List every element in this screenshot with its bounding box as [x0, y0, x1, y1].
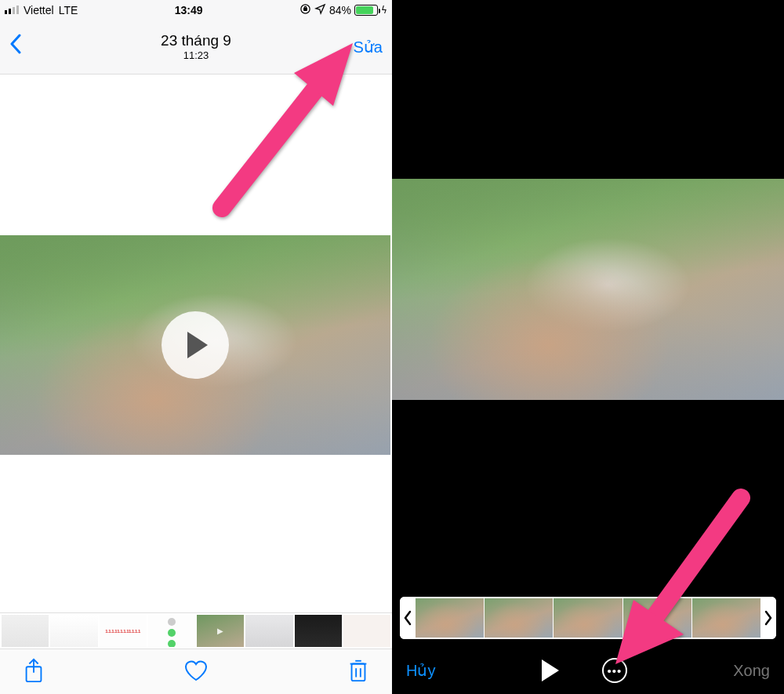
trim-frame: [554, 598, 622, 638]
scrubber-thumb[interactable]: [2, 615, 49, 647]
nav-title-date: 23 tháng 9: [0, 32, 392, 49]
scrubber-thumb[interactable]: [50, 615, 97, 647]
trim-frame: [485, 598, 553, 638]
trim-frames[interactable]: [416, 597, 760, 639]
svg-line-9: [222, 86, 318, 208]
trim-handle-right[interactable]: [760, 597, 776, 639]
trim-frame: [692, 598, 760, 638]
more-button[interactable]: •••: [602, 658, 627, 683]
signal-icon: [5, 5, 19, 14]
scrubber-thumb[interactable]: [295, 615, 342, 647]
trash-icon[interactable]: [348, 658, 368, 686]
back-button[interactable]: [9, 34, 22, 60]
nav-title-time: 11:23: [0, 49, 392, 61]
share-icon[interactable]: [24, 658, 44, 686]
clock-label: 13:49: [175, 4, 203, 16]
scrubber-thumb[interactable]: [245, 615, 292, 647]
edit-button[interactable]: Sửa: [354, 38, 383, 56]
scrubber-thumb[interactable]: [343, 615, 390, 647]
cancel-button[interactable]: Hủy: [406, 661, 435, 680]
bottom-toolbar: [0, 649, 392, 694]
scrubber-thumb[interactable]: [197, 615, 244, 647]
battery-icon: [354, 5, 378, 16]
video-preview[interactable]: [0, 235, 390, 455]
svg-rect-1: [304, 8, 307, 10]
status-bar: Viettel LTE 13:49 84% ϟ: [0, 0, 392, 20]
trim-frame: [416, 598, 484, 638]
play-icon[interactable]: [542, 659, 559, 681]
photo-scrubber[interactable]: 1.1.1.11.1.1.11.1.1.1: [0, 612, 392, 649]
carrier-label: Viettel: [24, 4, 54, 16]
rotation-lock-icon: [299, 3, 311, 17]
trim-frame: [623, 598, 691, 638]
trim-bar[interactable]: [400, 597, 776, 639]
network-label: LTE: [59, 4, 78, 16]
scrubber-thumb[interactable]: 1.1.1.11.1.1.11.1.1.1: [100, 615, 147, 647]
favorite-icon[interactable]: [183, 659, 209, 685]
charging-icon: ϟ: [381, 5, 387, 16]
nav-title: 23 tháng 9 11:23: [0, 32, 392, 61]
battery-pct-label: 84%: [329, 4, 351, 16]
location-icon: [314, 3, 326, 17]
done-button[interactable]: Xong: [733, 662, 770, 680]
editor-video-preview[interactable]: [392, 179, 784, 400]
video-editor-screen: Hủy ••• Xong: [392, 0, 784, 694]
photos-viewer-screen: Viettel LTE 13:49 84% ϟ 23 tháng 9 11:23…: [0, 0, 392, 694]
ellipsis-icon: •••: [607, 664, 622, 678]
trim-handle-left[interactable]: [400, 597, 416, 639]
play-icon[interactable]: [162, 311, 229, 379]
svg-rect-4: [352, 663, 365, 681]
editor-bottom-bar: Hủy ••• Xong: [392, 647, 784, 694]
nav-bar: 23 tháng 9 11:23 Sửa: [0, 20, 392, 74]
scrubber-thumb[interactable]: [148, 615, 195, 647]
